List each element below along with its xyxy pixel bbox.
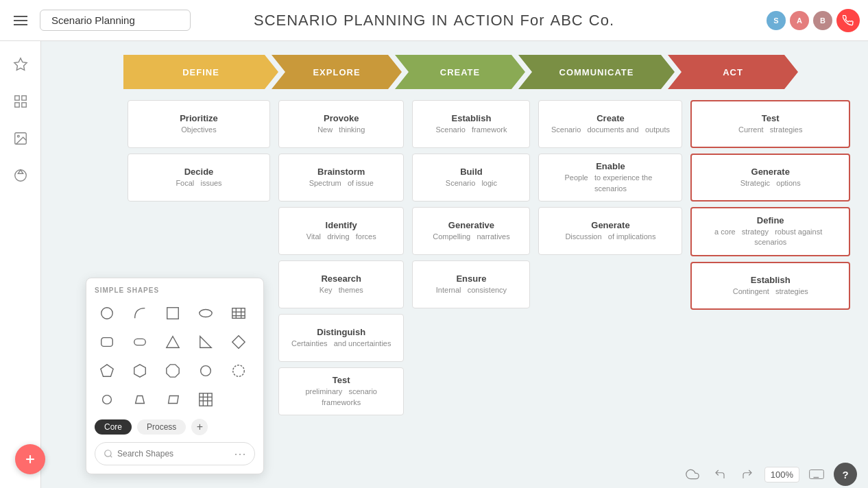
svg-point-27 xyxy=(103,395,112,404)
document-title[interactable]: Scenario Planning xyxy=(40,10,191,31)
lane-create-label: CREATE xyxy=(440,67,480,77)
keyboard-icon[interactable] xyxy=(806,464,827,485)
sidebar-icon-star[interactable] xyxy=(8,52,33,77)
lane-act[interactable]: ACT xyxy=(668,55,798,89)
column-communicate: Create Scenario documents and outputs En… xyxy=(534,100,686,415)
svg-marker-29 xyxy=(169,396,179,404)
sidebar-icon-grid[interactable] xyxy=(8,89,33,114)
shape-stadium[interactable] xyxy=(128,330,152,354)
shape-right-triangle[interactable] xyxy=(193,330,218,354)
card-research[interactable]: Research Key themes xyxy=(278,260,404,308)
svg-rect-3 xyxy=(14,103,19,107)
shape-circle[interactable] xyxy=(95,301,119,326)
lane-define[interactable]: DEFINE xyxy=(123,55,278,89)
card-test-act[interactable]: Test Current strategies xyxy=(690,100,850,148)
lane-act-label: ACT xyxy=(723,67,743,77)
card-generative[interactable]: Generative Compelling narratives xyxy=(412,207,530,255)
shape-grid-table[interactable] xyxy=(193,387,218,412)
topbar: Scenario Planning SCENARIO PLANNING IN A… xyxy=(0,0,868,41)
header-title: SCENARIO PLANNING IN ACTION For ABC Co. xyxy=(254,12,614,29)
avatar-3[interactable]: B xyxy=(813,11,832,30)
shape-decagon[interactable] xyxy=(226,358,251,383)
svg-rect-18 xyxy=(134,339,146,345)
fab-button[interactable] xyxy=(15,444,45,474)
lane-create[interactable]: CREATE xyxy=(395,55,525,89)
card-identify[interactable]: Identify Vital driving forces xyxy=(278,207,404,255)
lane-communicate[interactable]: COMMUNICATE xyxy=(518,55,675,89)
shape-octagon-sm[interactable] xyxy=(160,358,185,383)
help-button[interactable]: ? xyxy=(834,463,857,486)
shape-parallelogram[interactable] xyxy=(160,387,185,412)
shapes-tabs: Core Process + xyxy=(95,419,255,435)
shapes-tab-core[interactable]: Core xyxy=(95,419,132,435)
shapes-tab-process[interactable]: Process xyxy=(137,419,186,435)
shape-circle-sm[interactable] xyxy=(95,387,119,412)
shape-pentagon[interactable] xyxy=(95,358,119,383)
card-distinguish[interactable]: Distinguish Certainties and uncertaintie… xyxy=(278,314,404,362)
shapes-more-button[interactable]: ⋯ xyxy=(234,446,246,461)
header-word-4: ACTION xyxy=(453,12,514,29)
svg-marker-23 xyxy=(134,365,146,377)
svg-rect-17 xyxy=(101,338,113,347)
lane-define-label: DEFINE xyxy=(182,67,219,77)
svg-point-6 xyxy=(17,135,19,137)
card-test-explore[interactable]: Test preliminary scenario frameworks xyxy=(278,367,404,415)
swimlane-headers: DEFINE EXPLORE CREATE COMMUNICATE ACT xyxy=(123,55,854,89)
shape-diamond[interactable] xyxy=(226,330,251,354)
svg-rect-10 xyxy=(167,308,179,319)
card-generate-communicate[interactable]: Generate Discussion of implications xyxy=(538,207,682,255)
shapes-search-input[interactable] xyxy=(117,449,220,459)
svg-rect-1 xyxy=(14,96,19,100)
lane-communicate-label: COMMUNICATE xyxy=(559,67,634,77)
shapes-search-box[interactable]: ⋯ xyxy=(95,442,255,465)
undo-icon[interactable] xyxy=(710,464,730,485)
shape-triangle[interactable] xyxy=(160,330,185,354)
header-word-7: Co. xyxy=(589,12,614,29)
svg-point-25 xyxy=(201,366,211,376)
card-brainstorm[interactable]: Brainstorm Spectrum of issue xyxy=(278,154,404,202)
shape-trapezoid[interactable] xyxy=(128,387,152,412)
card-build[interactable]: Build Scenario logic xyxy=(412,154,530,202)
card-establish-act[interactable]: Establish Contingent strategies xyxy=(690,262,850,310)
shapes-grid xyxy=(95,301,255,412)
header-word-5: For xyxy=(520,12,545,29)
shape-rounded-rect[interactable] xyxy=(95,330,119,354)
shapes-section-title: SIMPLE SHAPES xyxy=(95,286,255,294)
card-prioritize[interactable]: Prioritize Objectives xyxy=(128,100,270,148)
shape-ellipse[interactable] xyxy=(193,301,218,326)
lane-explore-label: EXPLORE xyxy=(313,67,360,77)
shape-hexagon[interactable] xyxy=(128,358,152,383)
shape-arc[interactable] xyxy=(128,301,152,326)
zoom-level[interactable]: 100% xyxy=(764,467,799,483)
card-define-act[interactable]: Define a core strategy robust against sc… xyxy=(690,207,850,256)
card-provoke[interactable]: Provoke New thinking xyxy=(278,100,404,148)
lane-explore[interactable]: EXPLORE xyxy=(272,55,402,89)
cloud-icon[interactable] xyxy=(682,464,703,485)
sidebar-icon-shape[interactable] xyxy=(8,163,33,188)
shape-table[interactable] xyxy=(226,301,251,326)
svg-marker-21 xyxy=(232,336,245,348)
sidebar-icon-image[interactable] xyxy=(8,126,33,151)
menu-button[interactable] xyxy=(8,8,33,33)
svg-marker-28 xyxy=(136,396,145,404)
card-generate-act[interactable]: Generate Strategic options xyxy=(690,154,850,202)
svg-point-11 xyxy=(200,310,212,317)
svg-point-9 xyxy=(101,308,113,319)
avatar-2[interactable]: A xyxy=(790,11,809,30)
redo-icon[interactable] xyxy=(737,464,758,485)
card-ensure[interactable]: Ensure Internal consistency xyxy=(412,260,530,308)
phone-button[interactable] xyxy=(836,9,860,32)
card-enable[interactable]: Enable People to experience the scenario… xyxy=(538,154,682,202)
avatar-1[interactable]: S xyxy=(767,11,786,30)
left-sidebar xyxy=(0,41,41,488)
svg-point-26 xyxy=(233,365,245,377)
column-explore: Provoke New thinking Brainstorm Spectrum… xyxy=(274,100,408,415)
svg-marker-20 xyxy=(200,337,212,348)
card-decide[interactable]: Decide Focal issues xyxy=(128,154,270,202)
header-word-1: SCENARIO xyxy=(254,12,338,29)
card-establish-create[interactable]: Establish Scenario framework xyxy=(412,100,530,148)
shape-square[interactable] xyxy=(160,301,185,326)
shape-circle-hollow[interactable] xyxy=(193,358,218,383)
card-create-communicate[interactable]: Create Scenario documents and outputs xyxy=(538,100,682,148)
shapes-add-button[interactable]: + xyxy=(191,419,208,435)
